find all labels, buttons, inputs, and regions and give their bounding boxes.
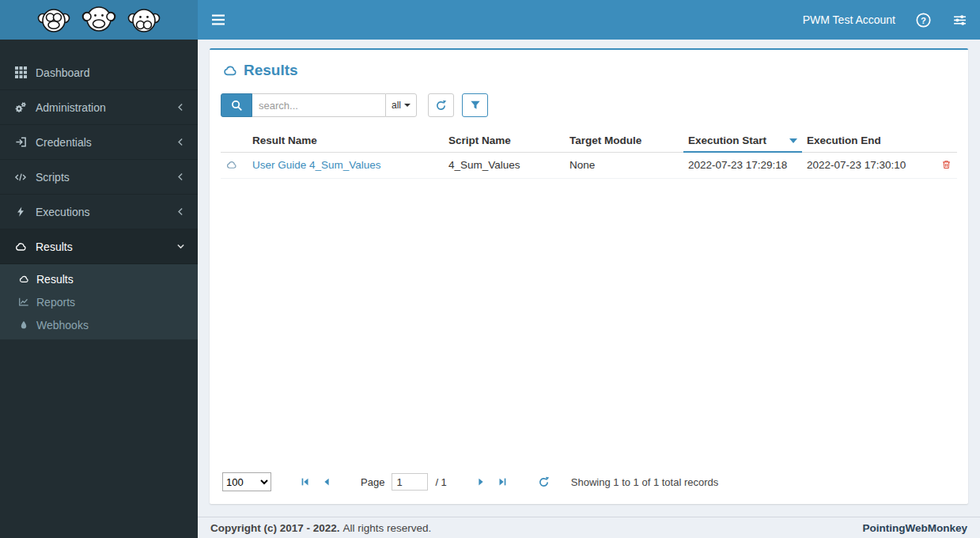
column-header-result-name[interactable]: Result Name [248,130,444,152]
topbar: PWM Test Account ? [0,0,980,40]
search-group: all [221,93,417,117]
page-title-text: Results [244,62,298,79]
sidebar-item-dashboard[interactable]: Dashboard [0,55,198,90]
result-name-link[interactable]: User Guide 4_Sum_Values [252,159,381,171]
search-button[interactable] [221,93,252,117]
sidebar-item-credentials[interactable]: Credentials [0,125,198,160]
next-page-button[interactable] [474,475,488,489]
pager-refresh-button[interactable] [536,475,551,490]
sign-in-icon [12,136,29,148]
cell-result-name: User Guide 4_Sum_Values [248,152,444,178]
chevron-left-icon [176,206,186,217]
app-logo[interactable] [0,0,198,40]
refresh-button[interactable] [428,93,454,117]
lightning-bolt-icon [12,206,29,218]
sidebar-item-label: Credentials [36,136,176,149]
sidebar-item-label: Scripts [36,171,176,184]
cell-script-name: 4_Sum_Values [444,152,565,178]
search-input[interactable] [252,93,385,117]
previous-page-button[interactable] [320,475,334,489]
column-header-execution-end[interactable]: Execution End [802,130,932,152]
code-icon [12,172,29,183]
previous-page-icon [321,476,332,487]
main-content: Results all [198,40,980,517]
sidebar-item-label: Dashboard [36,66,186,79]
cloud-icon [17,275,31,284]
sidebar-subitem-reports[interactable]: Reports [0,290,198,313]
caret-down-icon [404,104,411,107]
sidebar-item-scripts[interactable]: Scripts [0,160,198,195]
results-submenu: Results Reports We [0,264,198,339]
settings-button[interactable] [952,12,968,28]
sliders-icon [953,13,967,27]
search-icon [231,100,243,112]
chevron-left-icon [176,137,186,147]
toolbar: all [221,90,957,130]
page-title: Results [221,60,957,90]
question-circle-icon: ? [916,13,931,28]
refresh-icon [538,476,550,488]
delete-result-button[interactable] [940,158,952,171]
last-page-button[interactable] [495,475,509,489]
column-header-execution-start[interactable]: Execution Start [683,130,802,152]
sidebar-toggle-button[interactable] [207,9,229,30]
page-size-select[interactable]: 100 [222,472,271,491]
refresh-icon [435,100,447,112]
actions-column-header [932,130,957,152]
sidebar: Dashboard [0,40,198,538]
first-page-icon [300,476,311,487]
trash-icon [941,159,952,170]
cell-actions [932,152,957,178]
column-header-target-module[interactable]: Target Module [565,130,683,152]
filter-button[interactable] [462,93,488,117]
records-summary: Showing 1 to 1 of 1 total records [571,476,718,488]
chart-line-icon [17,297,31,307]
chevron-down-icon [176,241,186,252]
three-monkeys-logo-icon [31,2,167,37]
svg-text:?: ? [921,15,926,25]
navbar: PWM Test Account ? [198,0,980,40]
sidebar-subitem-webhooks[interactable]: Webhooks [0,313,198,336]
brand-name: PointingWebMonkey [862,522,967,534]
icon-column-header [221,130,248,152]
table-header-row: Result Name Script Name Target Module Ex… [221,130,957,152]
column-header-script-name[interactable]: Script Name [444,130,565,152]
sort-desc-caret-icon [789,138,797,143]
help-button[interactable]: ? [914,11,933,29]
account-menu[interactable]: PWM Test Account [803,13,895,26]
sidebar-item-results[interactable]: Results [0,229,198,264]
cloud-icon [225,160,243,170]
cell-target-module: None [565,152,683,178]
page-number-input[interactable] [392,473,428,491]
dashboard-grid-icon [12,66,29,78]
sidebar-subitem-results[interactable]: Results [0,267,198,290]
sidebar-item-label: Executions [36,206,176,218]
filter-funnel-icon [470,100,481,111]
cloud-icon [12,241,29,252]
next-page-icon [475,476,486,487]
cell-execution-start: 2022-07-23 17:29:18 [683,152,802,178]
results-card: Results all [210,48,968,504]
results-table: Result Name Script Name Target Module Ex… [221,130,957,179]
table-row: User Guide 4_Sum_Values 4_Sum_Values Non… [221,152,957,178]
gears-icon [12,101,29,114]
cell-execution-end: 2022-07-23 17:30:10 [802,152,932,178]
chevron-left-icon [176,102,186,112]
scope-label: all [392,100,401,111]
pagination-bar: 100 Page / 1 [221,469,957,498]
chevron-left-icon [176,172,186,182]
sidebar-item-label: Administration [36,101,176,114]
first-page-button[interactable] [298,475,312,489]
sidebar-item-administration[interactable]: Administration [0,90,198,125]
sidebar-subitem-label: Webhooks [36,319,89,332]
search-scope-dropdown[interactable]: all [385,93,417,117]
droplet-icon [17,320,31,330]
sidebar-item-label: Results [36,241,176,253]
sidebar-subitem-label: Results [36,273,74,286]
page-label: Page [361,476,384,488]
cloud-icon [222,64,237,78]
sidebar-item-executions[interactable]: Executions [0,195,198,229]
footer: Copyright (c) 2017 - 2022.All rights res… [198,517,980,538]
hamburger-icon [212,14,225,25]
row-cloud-icon-cell [221,152,248,178]
